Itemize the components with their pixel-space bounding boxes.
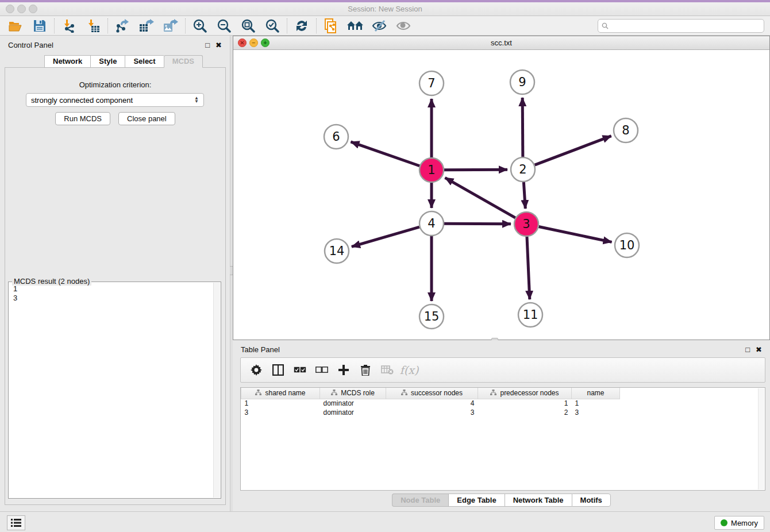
- network-window-titlebar[interactable]: ✕ − + scc.txt: [233, 36, 769, 50]
- zoom-in-icon[interactable]: [191, 18, 209, 34]
- node-table[interactable]: shared nameMCDS rolesuccessor nodesprede…: [240, 387, 765, 491]
- import-network-icon[interactable]: [60, 18, 78, 34]
- main-toolbar: [0, 16, 770, 36]
- zoom-window-button[interactable]: [29, 5, 37, 13]
- column-header-shared-name[interactable]: shared name: [241, 388, 320, 399]
- table-body: 1dominator4113dominator323: [241, 399, 620, 417]
- table-cell[interactable]: dominator: [320, 408, 386, 417]
- table-cell[interactable]: 1: [478, 399, 572, 408]
- run-mcds-button[interactable]: Run MCDS: [55, 112, 110, 125]
- table-row[interactable]: 1dominator411: [241, 399, 620, 408]
- table-cell[interactable]: 3: [572, 408, 620, 417]
- table-cell[interactable]: 3: [386, 408, 478, 417]
- graph-node-label-14: 14: [329, 244, 345, 258]
- table-cell[interactable]: 2: [478, 408, 572, 417]
- tab-select[interactable]: Select: [125, 55, 163, 68]
- edge-4-3[interactable]: [444, 223, 511, 224]
- edge-2-8[interactable]: [535, 136, 611, 165]
- add-column-icon[interactable]: [335, 361, 352, 379]
- column-header-successor-nodes[interactable]: successor nodes: [386, 388, 478, 399]
- network-minimize-button[interactable]: −: [249, 38, 258, 47]
- edge-2-9[interactable]: [522, 98, 523, 157]
- column-header-MCDS-role[interactable]: MCDS role: [320, 388, 386, 399]
- close-window-button[interactable]: [6, 5, 14, 13]
- tab-edge-table[interactable]: Edge Table: [448, 494, 504, 507]
- table-row[interactable]: 3dominator323: [241, 408, 620, 417]
- tab-motifs[interactable]: Motifs: [572, 494, 611, 507]
- first-neighbors-icon[interactable]: [346, 18, 364, 34]
- zoom-fit-icon[interactable]: [240, 18, 257, 34]
- edge-3-10[interactable]: [539, 227, 612, 242]
- settings-gear-icon[interactable]: [248, 361, 265, 379]
- criterion-select[interactable]: strongly connected component ▲▼: [26, 93, 204, 107]
- float-panel-icon[interactable]: □: [745, 345, 750, 354]
- open-file-icon[interactable]: [7, 18, 24, 34]
- tab-network[interactable]: Network: [44, 55, 90, 68]
- graph-node-label-11: 11: [523, 308, 538, 322]
- tab-mcds[interactable]: MCDS: [164, 55, 203, 68]
- select-stepper-icon: ▲▼: [194, 97, 199, 103]
- table-panel-header: Table Panel □ ✖: [233, 340, 770, 358]
- edge-4-14[interactable]: [352, 227, 419, 246]
- export-image-icon[interactable]: [162, 18, 179, 34]
- table-scrollbar[interactable]: [758, 388, 764, 489]
- edge-2-3[interactable]: [523, 182, 525, 209]
- table-cell[interactable]: 1: [572, 399, 620, 408]
- status-bar: Memory: [0, 511, 770, 532]
- delete-column-icon[interactable]: [357, 361, 374, 379]
- hide-details-icon[interactable]: [371, 18, 388, 34]
- table-cell[interactable]: 1: [241, 399, 320, 408]
- column-header-predecessor-nodes[interactable]: predecessor nodes: [478, 388, 572, 399]
- float-panel-icon[interactable]: □: [205, 41, 210, 49]
- optimization-criterion-label: Optimization criterion:: [5, 80, 225, 89]
- deselect-all-icon[interactable]: [313, 361, 330, 379]
- save-session-icon[interactable]: [31, 18, 48, 34]
- edge-1-6[interactable]: [351, 142, 419, 166]
- toolbar-separator: [316, 18, 317, 33]
- table-tabs: Node TableEdge TableNetwork TableMotifs: [233, 494, 770, 507]
- table-cell[interactable]: 4: [386, 399, 478, 408]
- edge-1-2[interactable]: [444, 169, 507, 170]
- graph-node-label-9: 9: [518, 75, 526, 89]
- tab-style[interactable]: Style: [90, 55, 125, 68]
- export-network-icon[interactable]: [114, 18, 131, 34]
- network-title: scc.txt: [233, 38, 769, 47]
- task-history-button[interactable]: [7, 515, 25, 530]
- control-panel-title: Control Panel: [8, 41, 199, 49]
- edge-3-11[interactable]: [527, 237, 530, 299]
- mcds-result-scrollbar[interactable]: [213, 283, 220, 498]
- duplicate-network-icon[interactable]: [322, 18, 340, 34]
- close-panel-button[interactable]: Close panel: [118, 112, 175, 125]
- graph-node-label-4: 4: [428, 217, 435, 230]
- memory-label: Memory: [731, 519, 758, 527]
- mcds-result-text[interactable]: 1 3: [10, 284, 213, 497]
- network-zoom-button[interactable]: +: [261, 38, 270, 47]
- column-header-name[interactable]: name: [572, 388, 620, 399]
- minimize-window-button[interactable]: [17, 5, 26, 13]
- import-table-icon[interactable]: [84, 18, 102, 34]
- close-panel-icon[interactable]: ✖: [756, 345, 762, 354]
- network-canvas[interactable]: 7968124314101511: [233, 50, 769, 340]
- zoom-out-icon[interactable]: [215, 18, 233, 34]
- control-panel-header: Control Panel □ ✖: [0, 36, 230, 54]
- table-panel-title: Table Panel: [241, 345, 740, 354]
- function-builder-icon: f(x): [401, 361, 418, 379]
- memory-button[interactable]: Memory: [714, 516, 764, 530]
- close-panel-icon[interactable]: ✖: [215, 41, 222, 49]
- criterion-value: strongly connected component: [31, 96, 133, 105]
- search-input[interactable]: [598, 19, 764, 33]
- select-all-icon[interactable]: [291, 361, 309, 379]
- tab-node-table[interactable]: Node Table: [392, 494, 448, 507]
- tab-network-table[interactable]: Network Table: [505, 494, 572, 507]
- list-icon: [11, 519, 21, 527]
- table-cell[interactable]: dominator: [320, 399, 386, 408]
- zoom-selected-icon[interactable]: [264, 18, 281, 34]
- edge-3-1[interactable]: [445, 178, 515, 218]
- network-close-button[interactable]: ✕: [238, 38, 247, 47]
- column-visibility-icon[interactable]: [270, 361, 287, 379]
- table-cell[interactable]: 3: [241, 408, 320, 417]
- application-window: Session: New Session: [0, 0, 770, 532]
- refresh-icon[interactable]: [293, 18, 310, 34]
- show-details-icon[interactable]: [395, 18, 412, 34]
- export-table-icon[interactable]: [138, 18, 155, 34]
